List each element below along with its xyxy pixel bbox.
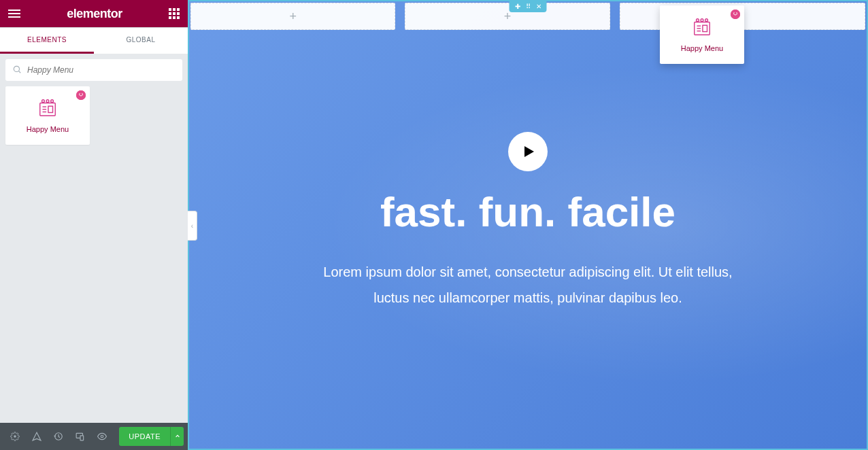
hero-section: fast. fun. facile Lorem ipsum dolor sit … [188, 33, 868, 450]
elementor-panel: elementor ELEMENTS GLOBAL Happy Menu [0, 0, 188, 450]
svg-point-0 [14, 66, 19, 71]
panel-tabs: ELEMENTS GLOBAL [0, 27, 188, 54]
plus-icon: + [289, 10, 297, 24]
editor-canvas: ✚ ⠿ ✕ + + Happy Menu fast. fun. facile L… [188, 0, 868, 450]
svg-point-7 [46, 100, 49, 103]
happyaddons-badge-icon [76, 90, 86, 100]
widget-label: Happy Menu [27, 125, 69, 133]
delete-section-icon[interactable]: ✕ [536, 3, 541, 10]
navigator-button[interactable] [26, 426, 48, 447]
hero-title: fast. fun. facile [380, 188, 675, 236]
panel-footer: UPDATE [0, 423, 188, 450]
column-dropzone-1[interactable]: + [190, 3, 395, 30]
svg-point-3 [79, 93, 80, 94]
tab-global[interactable]: GLOBAL [94, 28, 188, 54]
search-icon [12, 65, 22, 74]
svg-point-20 [733, 12, 735, 14]
dragging-widget-happy-menu[interactable]: Happy Menu [660, 5, 744, 64]
svg-point-2 [76, 90, 86, 100]
svg-rect-17 [80, 436, 84, 440]
svg-rect-15 [48, 106, 53, 112]
happy-menu-icon [692, 17, 712, 37]
play-button[interactable] [508, 132, 548, 171]
panel-header: elementor [0, 0, 188, 27]
elementor-logo: elementor [67, 7, 122, 21]
svg-point-19 [731, 10, 740, 19]
svg-point-23 [697, 19, 699, 22]
play-icon [524, 146, 534, 157]
responsive-button[interactable] [69, 426, 91, 447]
history-button[interactable] [48, 426, 69, 447]
svg-point-25 [705, 19, 708, 22]
happy-menu-icon [37, 98, 58, 118]
widgets-list: Happy Menu [0, 86, 188, 145]
widgets-grid-button[interactable] [169, 8, 180, 19]
happyaddons-badge-icon [731, 10, 740, 19]
add-section-icon[interactable]: ✚ [515, 3, 520, 10]
collapse-panel-button[interactable]: ‹ [188, 211, 197, 241]
svg-line-1 [18, 71, 20, 73]
svg-point-6 [42, 100, 45, 103]
edit-section-icon[interactable]: ⠿ [526, 3, 531, 10]
settings-button[interactable] [4, 426, 26, 447]
menu-button[interactable] [8, 10, 20, 18]
column-dropzone-2[interactable]: + [405, 3, 610, 30]
section-handle: ✚ ⠿ ✕ [510, 0, 547, 12]
hero-description: Lorem ipsum dolor sit amet, consectetur … [310, 259, 746, 311]
tab-elements[interactable]: ELEMENTS [0, 28, 94, 54]
update-options-button[interactable] [170, 427, 184, 446]
widget-happy-menu[interactable]: Happy Menu [5, 86, 90, 145]
svg-point-8 [51, 100, 54, 103]
svg-point-18 [101, 435, 103, 438]
svg-point-21 [736, 12, 737, 14]
svg-point-4 [82, 93, 83, 94]
preview-button[interactable] [91, 426, 113, 447]
update-button[interactable]: UPDATE [119, 427, 170, 446]
search-input[interactable] [5, 59, 182, 81]
search-wrapper [0, 54, 188, 86]
svg-rect-32 [703, 25, 707, 31]
widget-label: Happy Menu [681, 44, 723, 52]
svg-point-24 [701, 19, 703, 22]
